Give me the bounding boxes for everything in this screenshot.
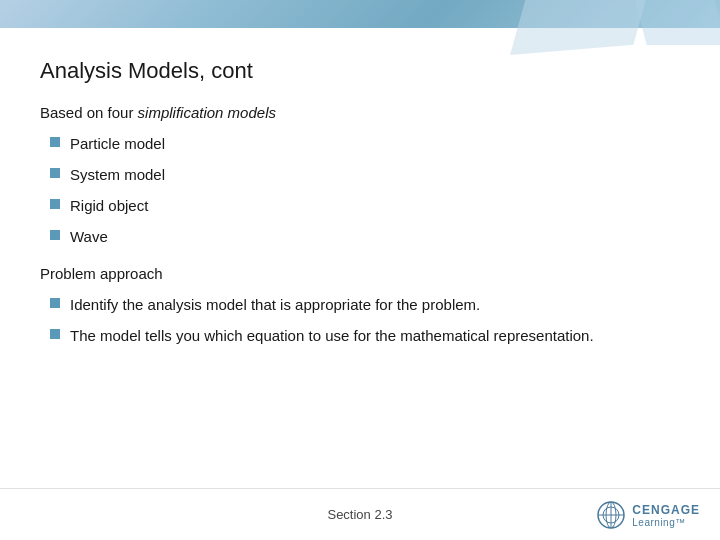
bullet-square-icon — [50, 137, 60, 147]
bullet-wave: Wave — [50, 226, 680, 247]
bullet-system-text: System model — [70, 164, 165, 185]
intro-italic: simplification models — [138, 104, 276, 121]
bullet-system: System model — [50, 164, 680, 185]
cengage-sub-text: Learning™ — [632, 517, 685, 528]
problem-approach-label: Problem approach — [40, 265, 680, 282]
cengage-name-text: CENGAGE — [632, 503, 700, 517]
bullet-identify-text: Identify the analysis model that is appr… — [70, 294, 480, 315]
bullet-model-tells-text: The model tells you which equation to us… — [70, 325, 594, 346]
intro-text: Based on four simplification models — [40, 104, 680, 121]
bullet-particle-text: Particle model — [70, 133, 165, 154]
bullet-square-icon — [50, 329, 60, 339]
bullet-rigid: Rigid object — [50, 195, 680, 216]
top-decorative-band — [0, 0, 720, 28]
footer-section-label: Section 2.3 — [327, 507, 392, 522]
bullet-square-icon — [50, 230, 60, 240]
cengage-branding: CENGAGE Learning™ — [596, 500, 700, 530]
bullet-particle: Particle model — [50, 133, 680, 154]
bullet-wave-text: Wave — [70, 226, 108, 247]
intro-prefix: Based on four — [40, 104, 138, 121]
bullet-identify: Identify the analysis model that is appr… — [50, 294, 680, 315]
cengage-logo-icon — [596, 500, 626, 530]
bullet-square-icon — [50, 168, 60, 178]
slide-title: Analysis Models, cont — [40, 58, 680, 84]
bullet-model-tells: The model tells you which equation to us… — [50, 325, 680, 346]
problem-bullets-list: Identify the analysis model that is appr… — [40, 294, 680, 346]
bullet-rigid-text: Rigid object — [70, 195, 148, 216]
bullet-square-icon — [50, 199, 60, 209]
slide-content: Analysis Models, cont Based on four simp… — [0, 28, 720, 540]
model-bullets-list: Particle model System model Rigid object… — [40, 133, 680, 247]
cengage-text-block: CENGAGE Learning™ — [632, 503, 700, 528]
bullet-square-icon — [50, 298, 60, 308]
